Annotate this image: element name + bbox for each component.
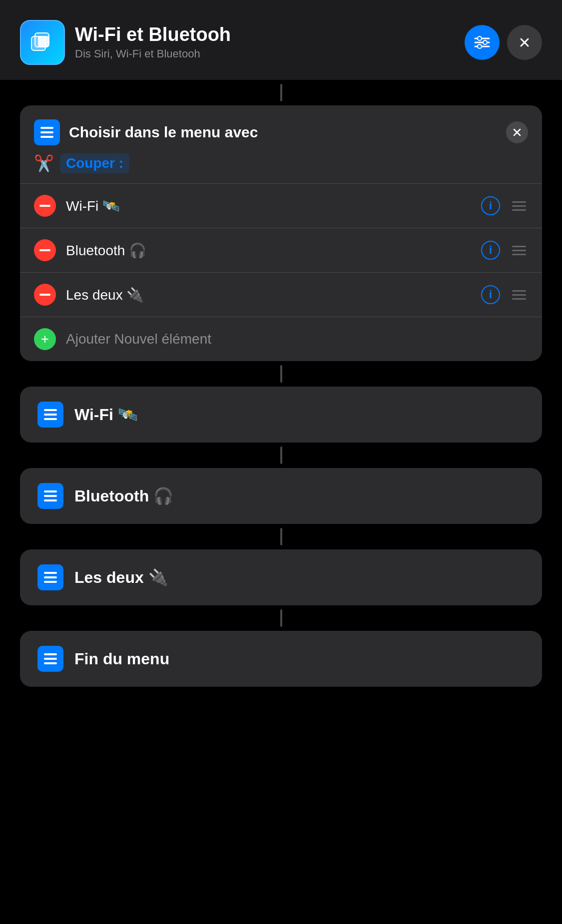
menu-card-icon (34, 119, 60, 145)
header-buttons (465, 25, 542, 60)
header-text: Wi-Fi et Bluetooh Dis Siri, Wi-Fi et Blu… (75, 24, 455, 60)
info-icon: i (489, 199, 492, 212)
info-icon: i (489, 244, 492, 257)
menu-card: Choisir dans le menu avec ✂️ Couper : Wi… (20, 105, 542, 361)
wifi-action-label: Wi-Fi 🛰️ (74, 405, 138, 424)
connector-2 (20, 443, 542, 468)
bluetooth-action-icon (37, 483, 63, 509)
les-deux-item-label: Les deux 🔌 (66, 287, 471, 303)
add-button[interactable]: + (34, 328, 56, 350)
les-deux-action-card[interactable]: Les deux 🔌 (20, 549, 542, 605)
connector-4 (20, 605, 542, 631)
svg-rect-26 (44, 658, 57, 660)
minus-icon (39, 294, 50, 296)
svg-rect-27 (44, 662, 57, 664)
fin-du-menu-label: Fin du menu (74, 650, 169, 668)
wifi-info-button[interactable]: i (481, 196, 500, 215)
menu-item-wifi: Wi-Fi 🛰️ i (20, 184, 542, 228)
filter-button[interactable] (465, 25, 500, 60)
svg-rect-11 (40, 127, 53, 129)
couper-row: ✂️ Couper : (20, 145, 542, 173)
svg-rect-24 (44, 581, 57, 583)
app-icon (20, 20, 65, 65)
scissors-icon: ✂️ (34, 154, 54, 173)
connector-line (280, 365, 282, 383)
add-item-row[interactable]: + Ajouter Nouvel élément (20, 317, 542, 361)
fin-du-menu-icon (37, 646, 63, 672)
les-deux-action-label: Les deux 🔌 (74, 568, 168, 587)
svg-rect-22 (44, 572, 57, 574)
menu-item-bluetooth: Bluetooth 🎧 i (20, 228, 542, 273)
minus-icon (39, 205, 50, 207)
bluetooth-info-button[interactable]: i (481, 241, 500, 260)
wifi-drag-handle[interactable] (510, 199, 528, 213)
connector-line (280, 84, 282, 101)
main-content: Choisir dans le menu avec ✂️ Couper : Wi… (0, 80, 562, 717)
svg-rect-16 (44, 409, 57, 411)
connector-line (280, 609, 282, 627)
info-icon: i (489, 288, 492, 301)
svg-rect-13 (40, 136, 53, 138)
svg-rect-20 (44, 495, 57, 497)
remove-les-deux-button[interactable] (34, 284, 56, 306)
menu-card-header: Choisir dans le menu avec (20, 105, 542, 145)
menu-card-close-button[interactable] (506, 121, 528, 143)
connector-top (20, 80, 542, 105)
les-deux-info-button[interactable]: i (481, 285, 500, 304)
bluetooth-action-card[interactable]: Bluetooth 🎧 (20, 468, 542, 524)
minus-icon (39, 249, 50, 251)
les-deux-action-icon (37, 564, 63, 590)
remove-wifi-button[interactable] (34, 195, 56, 217)
bluetooth-item-label: Bluetooth 🎧 (66, 242, 471, 259)
couper-label: Couper : (60, 153, 129, 173)
wifi-action-icon (37, 402, 63, 428)
connector-line (280, 447, 282, 464)
app-header: Wi-Fi et Bluetooh Dis Siri, Wi-Fi et Blu… (0, 0, 562, 80)
svg-rect-17 (44, 414, 57, 416)
svg-rect-12 (40, 131, 53, 133)
close-header-button[interactable] (507, 25, 542, 60)
svg-rect-2 (38, 36, 49, 47)
svg-point-6 (478, 36, 482, 40)
svg-rect-18 (44, 418, 57, 420)
connector-line (280, 528, 282, 545)
svg-rect-25 (44, 653, 57, 655)
fin-du-menu-card[interactable]: Fin du menu (20, 631, 542, 687)
svg-point-8 (478, 44, 482, 48)
add-item-label: Ajouter Nouvel élément (66, 331, 528, 347)
bluetooth-action-label: Bluetooth 🎧 (74, 486, 173, 505)
wifi-item-label: Wi-Fi 🛰️ (66, 198, 471, 214)
header-subtitle: Dis Siri, Wi-Fi et Bluetooh (75, 47, 455, 60)
svg-rect-21 (44, 499, 57, 501)
bottom-spacer (20, 687, 542, 717)
menu-item-les-deux: Les deux 🔌 i (20, 273, 542, 317)
connector-1 (20, 361, 542, 387)
svg-point-7 (483, 40, 487, 44)
header-title: Wi-Fi et Bluetooh (75, 24, 455, 45)
remove-bluetooth-button[interactable] (34, 239, 56, 261)
connector-3 (20, 524, 542, 549)
les-deux-drag-handle[interactable] (510, 288, 528, 302)
menu-card-title: Choisir dans le menu avec (69, 124, 497, 141)
svg-rect-19 (44, 490, 57, 492)
bluetooth-drag-handle[interactable] (510, 244, 528, 257)
wifi-action-card[interactable]: Wi-Fi 🛰️ (20, 387, 542, 443)
svg-rect-23 (44, 576, 57, 578)
